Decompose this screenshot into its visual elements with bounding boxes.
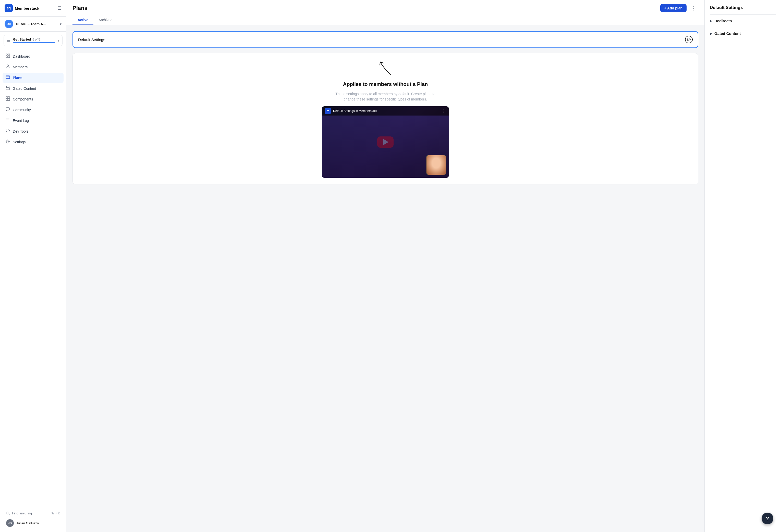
dev-tools-icon (5, 129, 10, 134)
page-title: Plans (73, 5, 88, 11)
sidebar-item-components[interactable]: Components (3, 94, 64, 104)
get-started-icon: ☰ (7, 38, 10, 43)
sidebar-item-label-community: Community (13, 108, 31, 112)
get-started-progress-fill (13, 42, 55, 43)
members-icon (5, 64, 10, 70)
sidebar-item-label-gated-content: Gated Content (13, 86, 36, 91)
sidebar-item-plans[interactable]: Plans (3, 73, 64, 83)
svg-rect-1 (8, 54, 10, 55)
user-avatar: JG (6, 519, 14, 527)
svg-rect-9 (8, 97, 10, 98)
sidebar-item-label-dev-tools: Dev Tools (13, 129, 28, 133)
sidebar: Memberstack ☰ DA DEMO – Team A... ▾ ☰ Ge… (0, 0, 66, 532)
info-heading: Applies to members without a Plan (343, 81, 428, 87)
video-logo-icon (325, 108, 331, 114)
right-panel-title: Default Settings (710, 5, 776, 14)
sidebar-footer: Find anything ⌘ + K JG Julian Galluzzo (0, 506, 66, 532)
get-started-banner[interactable]: ☰ Get Started 5 of 5 › (4, 35, 63, 46)
plans-icon (5, 75, 10, 81)
sidebar-item-label-members: Members (13, 65, 28, 69)
gated-content-label: Gated Content (714, 31, 741, 36)
plans-left: Default Settings Applies to members with… (73, 31, 698, 526)
user-name: Julian Galluzzo (16, 521, 39, 525)
right-panel-section-redirects: ▶ Redirects (710, 14, 776, 27)
workspace-avatar: DA (5, 19, 13, 28)
more-options-button[interactable]: ⋮ (689, 4, 698, 12)
logo-icon (5, 4, 13, 12)
nav-section: Dashboard Members Plans Gated Content Co… (0, 49, 66, 506)
svg-point-4 (7, 65, 8, 66)
find-anything-label: Find anything (12, 511, 32, 515)
search-icon (6, 511, 10, 515)
plans-tabs: Active Archived (73, 15, 698, 25)
svg-rect-2 (6, 56, 7, 58)
user-face (426, 155, 446, 175)
get-started-text: Get Started 5 of 5 (13, 38, 55, 43)
video-container[interactable]: Default Settings in Memberstack ⋮ (322, 106, 449, 178)
sidebar-header: Memberstack ☰ (0, 0, 66, 16)
sidebar-item-label-event-log: Event Log (13, 119, 29, 123)
sidebar-item-settings[interactable]: Settings (3, 137, 64, 147)
get-started-chevron-icon: › (58, 39, 59, 43)
add-plan-button[interactable]: + Add plan (660, 4, 687, 12)
video-title: Default Settings in Memberstack (333, 109, 377, 113)
redirects-label: Redirects (714, 18, 732, 23)
get-started-label: Get Started (13, 38, 31, 41)
right-panel: Default Settings ▶ Redirects ▶ Gated Con… (704, 0, 781, 532)
video-menu-dots-icon: ⋮ (442, 108, 446, 114)
event-log-icon (5, 118, 10, 124)
plans-header: Plans + Add plan ⋮ Active Archived (66, 0, 704, 25)
right-panel-section-gated-content: ▶ Gated Content (710, 27, 776, 40)
sidebar-item-label-dashboard: Dashboard (13, 54, 30, 58)
menu-toggle-icon[interactable]: ☰ (57, 5, 61, 11)
get-started-progress-label: 5 of 5 (32, 38, 40, 41)
sidebar-logo: Memberstack (5, 4, 39, 12)
sidebar-item-label-settings: Settings (13, 140, 26, 144)
tab-archived[interactable]: Archived (93, 15, 117, 25)
workspace-name: DEMO – Team A... (16, 22, 57, 26)
tab-active[interactable]: Active (73, 15, 93, 25)
arrow-art (375, 59, 396, 77)
gated-content-icon (5, 86, 10, 91)
sidebar-item-dashboard[interactable]: Dashboard (3, 51, 64, 61)
default-settings-card-label: Default Settings (78, 38, 105, 42)
community-icon (5, 107, 10, 113)
sidebar-item-community[interactable]: Community (3, 105, 64, 115)
svg-rect-3 (8, 56, 10, 58)
svg-rect-11 (8, 99, 10, 100)
sidebar-item-members[interactable]: Members (3, 62, 64, 72)
dashboard-icon (5, 53, 10, 59)
plans-title-row: Plans + Add plan ⋮ (73, 4, 698, 12)
sidebar-item-dev-tools[interactable]: Dev Tools (3, 126, 64, 136)
sidebar-item-label-components: Components (13, 97, 33, 101)
default-settings-card[interactable]: Default Settings (73, 31, 698, 48)
video-topbar: Default Settings in Memberstack ⋮ (322, 106, 449, 116)
svg-line-17 (9, 514, 10, 515)
workspace-switcher[interactable]: DA DEMO – Team A... ▾ (0, 16, 66, 32)
user-profile[interactable]: JG Julian Galluzzo (4, 517, 63, 529)
redirects-section-header[interactable]: ▶ Redirects (710, 18, 776, 23)
components-icon (5, 96, 10, 102)
redirects-expand-icon: ▶ (710, 19, 712, 23)
find-anything-button[interactable]: Find anything ⌘ + K (4, 509, 63, 517)
help-button[interactable]: ? (762, 513, 773, 524)
plans-actions: + Add plan ⋮ (660, 4, 698, 12)
info-subtext: These settings apply to all members by d… (334, 91, 437, 102)
svg-rect-8 (6, 97, 8, 98)
video-inner: Default Settings in Memberstack ⋮ (322, 106, 449, 178)
svg-rect-0 (6, 54, 7, 55)
svg-rect-7 (6, 87, 9, 90)
sidebar-item-label-plans: Plans (13, 76, 22, 80)
user-thumbnail (426, 155, 446, 175)
main-content: Plans + Add plan ⋮ Active Archived Defau… (66, 0, 704, 532)
gated-content-expand-icon: ▶ (710, 32, 712, 36)
get-started-progress-bar (13, 42, 55, 43)
gated-content-section-header[interactable]: ▶ Gated Content (710, 31, 776, 36)
sidebar-item-gated-content[interactable]: Gated Content (3, 83, 64, 94)
plans-body: Default Settings Applies to members with… (66, 25, 704, 532)
settings-icon (5, 139, 10, 145)
svg-rect-10 (6, 99, 8, 100)
plans-info-area: Applies to members without a Plan These … (73, 53, 698, 184)
sidebar-item-event-log[interactable]: Event Log (3, 116, 64, 126)
default-settings-card-icon (685, 36, 693, 43)
